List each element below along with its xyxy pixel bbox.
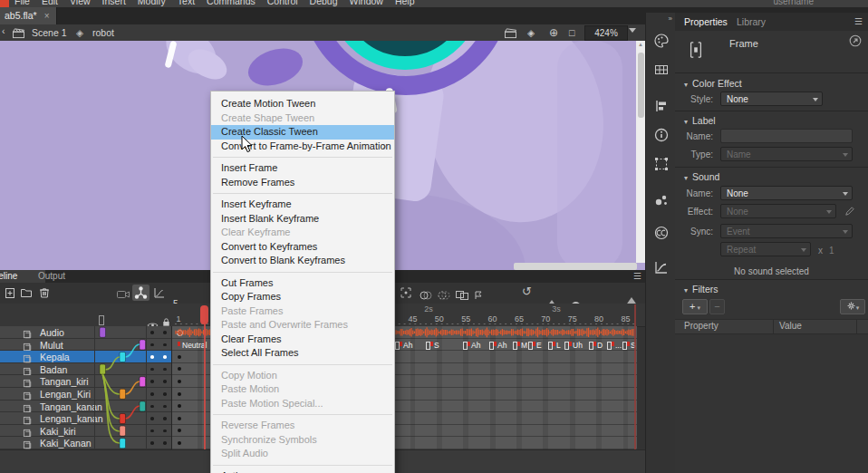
graph-editor-icon[interactable] xyxy=(153,286,166,299)
panel-menu-icon[interactable]: ☰ xyxy=(633,271,641,281)
motion-editor-icon[interactable] xyxy=(653,259,670,275)
loop-playback-icon[interactable]: ↺ xyxy=(522,285,532,298)
delete-layer-icon[interactable] xyxy=(38,286,51,299)
menu-commands[interactable]: Commands xyxy=(207,0,256,6)
color-icon[interactable] xyxy=(653,33,670,49)
menu-item-convert-to-keyframes[interactable]: Convert to Keyframes xyxy=(211,240,394,255)
transform-icon[interactable] xyxy=(653,156,670,172)
keyframe-dot[interactable] xyxy=(178,392,181,396)
menu-item-remove-frames[interactable]: Remove Frames xyxy=(211,176,394,190)
zoom-level-select[interactable]: 424% xyxy=(584,25,628,41)
breadcrumb-scene[interactable]: Scene 1 xyxy=(32,27,67,38)
edit-scene-icon[interactable] xyxy=(504,27,517,41)
edit-symbols-icon[interactable]: ◈ xyxy=(527,27,535,38)
app-logo-icon[interactable] xyxy=(0,0,9,7)
menu-debug[interactable]: Debug xyxy=(310,0,338,6)
keyframe-dot[interactable] xyxy=(178,367,181,371)
menu-file[interactable]: File xyxy=(14,0,30,6)
menu-item-create-motion-tween[interactable]: Create Motion Tween xyxy=(211,97,394,111)
back-chevron-icon[interactable]: ‹ xyxy=(2,25,5,36)
layer-visibility-dot[interactable] xyxy=(150,417,154,420)
layer-visibility-dot[interactable] xyxy=(150,430,154,433)
menu-item-select-all-frames[interactable]: Select All Frames xyxy=(211,346,394,361)
menu-item-insert-frame[interactable]: Insert Frame xyxy=(211,161,394,176)
playhead[interactable] xyxy=(200,305,208,324)
filter-options-button[interactable]: ▾ xyxy=(840,299,865,314)
layer-visibility-dot[interactable] xyxy=(150,392,154,396)
section-sound[interactable]: ▾Sound xyxy=(684,171,719,182)
expand-panels-icon[interactable]: » xyxy=(669,14,672,23)
layer-lock-dot[interactable] xyxy=(163,430,167,433)
layer-lock-dot[interactable] xyxy=(163,441,167,445)
menu-item-convert-to-frame-by-frame-animation[interactable]: Convert to Frame-by-Frame Animation› xyxy=(211,140,394,154)
breadcrumb-symbol[interactable]: robot xyxy=(92,27,114,38)
menu-insert[interactable]: Insert xyxy=(102,0,126,6)
menu-help[interactable]: Help xyxy=(395,0,415,6)
menu-modify[interactable]: Modify xyxy=(138,0,166,6)
align-icon[interactable] xyxy=(653,98,670,114)
brushes-icon[interactable] xyxy=(653,192,670,208)
camera-icon[interactable] xyxy=(116,287,129,300)
layer-lock-dot[interactable] xyxy=(163,417,167,420)
keyframe-dot[interactable] xyxy=(178,441,181,445)
onion-skin-outlines-icon[interactable] xyxy=(437,288,449,301)
new-layer-icon[interactable] xyxy=(4,286,16,299)
info-icon[interactable] xyxy=(653,127,670,143)
style-select[interactable]: None xyxy=(720,92,823,106)
keyframe-dot[interactable] xyxy=(178,417,181,420)
clip-content-icon[interactable]: □ xyxy=(569,27,574,38)
layer-lock-dot[interactable] xyxy=(163,355,167,359)
scroll-up-icon[interactable]: ▲ xyxy=(638,42,643,47)
menu-item-copy-frames[interactable]: Copy Frames xyxy=(211,290,394,304)
onion-skin-icon[interactable] xyxy=(419,288,431,301)
layer-visibility-dot[interactable] xyxy=(150,441,154,445)
menu-item-actions[interactable]: Actions xyxy=(211,469,394,473)
section-label[interactable]: ▾Label xyxy=(684,115,716,126)
layer-lock-dot[interactable] xyxy=(163,405,167,409)
layer-visibility-dot[interactable] xyxy=(150,331,154,334)
layer-visibility-dot[interactable] xyxy=(150,343,154,347)
layer-visibility-dot[interactable] xyxy=(150,355,154,359)
swatches-icon[interactable] xyxy=(653,62,670,78)
sound-name-select[interactable]: None xyxy=(720,186,853,200)
chevron-down-icon[interactable] xyxy=(629,28,636,36)
menu-window[interactable]: Window xyxy=(350,0,383,6)
menu-item-clear-frames[interactable]: Clear Frames xyxy=(211,333,394,347)
layer-visibility-dot[interactable] xyxy=(150,405,154,409)
menu-view[interactable]: View xyxy=(70,0,91,6)
new-folder-icon[interactable] xyxy=(20,286,33,299)
tab-output[interactable]: Output xyxy=(29,270,74,283)
menu-control[interactable]: Control xyxy=(267,0,298,6)
keyframe-dot[interactable] xyxy=(178,404,181,408)
center-frame-icon[interactable] xyxy=(400,286,412,299)
layer-lock-dot[interactable] xyxy=(163,368,167,372)
menu-item-create-classic-tween[interactable]: Create Classic Tween xyxy=(211,125,394,140)
edit-multiple-frames-icon[interactable] xyxy=(455,288,468,301)
menu-item-insert-blank-keyframe[interactable]: Insert Blank Keyframe xyxy=(211,212,394,227)
layer-visibility-dot[interactable] xyxy=(150,368,154,372)
layer-parenting-toggle-icon[interactable] xyxy=(132,285,149,301)
layer-lock-dot[interactable] xyxy=(163,331,167,334)
stage-horizontal-scrollbar[interactable] xyxy=(514,263,637,270)
document-tab[interactable]: ab5.fla*× xyxy=(0,7,57,24)
add-filter-button[interactable]: + ▾ xyxy=(682,299,708,314)
menu-item-cut-frames[interactable]: Cut Frames xyxy=(211,276,394,291)
layer-visibility-dot[interactable] xyxy=(150,380,154,383)
panel-menu-icon[interactable]: ☰ xyxy=(854,16,863,26)
menu-item-convert-to-blank-keyframes[interactable]: Convert to Blank Keyframes xyxy=(211,254,394,268)
modify-markers-icon[interactable] xyxy=(473,288,486,301)
section-color-effect[interactable]: ▾Color Effect xyxy=(684,78,742,89)
tab-library[interactable]: Library xyxy=(737,16,766,27)
help-icon[interactable] xyxy=(849,34,862,51)
keyframe-dot[interactable] xyxy=(178,355,181,359)
layer-lock-dot[interactable] xyxy=(163,343,167,347)
layer-lock-dot[interactable] xyxy=(163,380,167,383)
stage-vertical-scrollbar[interactable]: ▲ xyxy=(636,41,645,263)
layer-lock-dot[interactable] xyxy=(163,392,167,396)
close-tab-icon[interactable]: × xyxy=(44,11,50,21)
tab-properties[interactable]: Properties xyxy=(684,16,728,27)
account-label[interactable]: username xyxy=(774,0,814,6)
menu-edit[interactable]: Edit xyxy=(42,0,58,6)
keyframe-dot[interactable] xyxy=(178,429,181,432)
menu-item-insert-keyframe[interactable]: Insert Keyframe xyxy=(211,198,394,212)
